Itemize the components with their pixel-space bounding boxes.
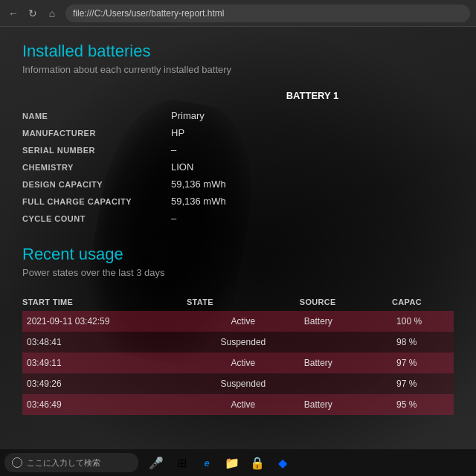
value-full-charge: 59,136 mWh xyxy=(171,196,226,207)
table-header-row: START TIME STATE SOURCE CAPAC xyxy=(22,293,454,311)
browser-chrome: ← ↻ ⌂ file:///C:/Users/user/battery-repo… xyxy=(0,0,476,27)
installed-batteries-title: Installed batteries xyxy=(22,42,454,61)
cell-capacity-3: 97 % xyxy=(392,373,454,394)
cell-capacity-4: 95 % xyxy=(392,394,454,415)
label-name: NAME xyxy=(22,112,171,120)
table-row: 03:49:26 Suspended 97 % xyxy=(22,373,454,394)
value-cycle-count: – xyxy=(171,213,176,224)
col-header-start: START TIME xyxy=(22,293,187,311)
cell-capacity-0: 100 % xyxy=(392,311,454,332)
value-serial: – xyxy=(171,144,176,155)
cell-state-4: Active xyxy=(187,394,300,415)
lock-icon[interactable]: 🔒 xyxy=(247,452,268,473)
file-explorer-icon[interactable]: 📁 xyxy=(222,452,242,473)
table-row: 2021-09-11 03:42:59 Active Battery 100 % xyxy=(22,311,454,332)
table-row: DESIGN CAPACITY 59,136 mWh xyxy=(22,176,454,193)
taskbar-search[interactable]: ここに入力して検索 xyxy=(4,453,138,472)
cell-source-4: Battery xyxy=(300,394,392,415)
value-name: Primary xyxy=(171,110,205,121)
usage-table: START TIME STATE SOURCE CAPAC 2021-09-11… xyxy=(22,293,454,415)
label-design-capacity: DESIGN CAPACITY xyxy=(22,180,171,189)
microphone-icon[interactable]: 🎤 xyxy=(146,452,167,473)
value-manufacturer: HP xyxy=(171,127,184,138)
browser-controls: ← ↻ ⌂ xyxy=(6,7,60,19)
task-view-icon[interactable]: ⊞ xyxy=(171,452,192,473)
back-button[interactable]: ← xyxy=(6,7,21,19)
address-bar[interactable]: file:///C:/Users/user/battery-report.htm… xyxy=(65,4,470,22)
cell-source-3 xyxy=(300,373,392,394)
battery-report: Installed batteries Information about ea… xyxy=(0,27,476,430)
cell-source-1 xyxy=(300,332,392,353)
label-chemistry: CHEMISTRY xyxy=(22,163,171,172)
col-header-capacity: CAPAC xyxy=(392,293,454,311)
cell-start-0: 2021-09-11 03:42:59 xyxy=(22,311,187,332)
url-text: file:///C:/Users/user/battery-report.htm… xyxy=(73,8,224,19)
cell-capacity-2: 97 % xyxy=(392,353,454,373)
table-row: 03:48:41 Suspended 98 % xyxy=(22,332,454,353)
col-header-source: SOURCE xyxy=(300,293,392,311)
table-row: SERIAL NUMBER – xyxy=(22,141,454,158)
installed-batteries-subtitle: Information about each currently install… xyxy=(22,64,454,75)
content-area: Installed batteries Information about ea… xyxy=(0,27,476,449)
value-design-capacity: 59,136 mWh xyxy=(171,178,226,190)
dropbox-icon[interactable]: ◆ xyxy=(272,452,293,473)
cell-source-2: Battery xyxy=(300,353,392,373)
table-row: FULL CHARGE CAPACITY 59,136 mWh xyxy=(22,193,454,210)
recent-usage-section: Recent usage Power states over the last … xyxy=(22,245,454,415)
refresh-button[interactable]: ↻ xyxy=(25,7,40,19)
table-row: NAME Primary xyxy=(22,107,454,124)
search-icon xyxy=(12,457,22,468)
table-row: 03:46:49 Active Battery 95 % xyxy=(22,394,454,415)
taskbar-icons: 🎤 ⊞ e 📁 🔒 ◆ xyxy=(146,452,293,473)
table-row: MANUFACTURER HP xyxy=(22,124,454,141)
table-row: CHEMISTRY LION xyxy=(22,158,454,176)
label-manufacturer: MANUFACTURER xyxy=(22,129,171,138)
edge-browser-icon[interactable]: e xyxy=(196,452,217,473)
label-cycle-count: CYCLE COUNT xyxy=(22,214,171,223)
taskbar: ここに入力して検索 🎤 ⊞ e 📁 🔒 ◆ xyxy=(0,449,476,476)
value-chemistry: LION xyxy=(171,161,193,173)
table-row: 03:49:11 Active Battery 97 % xyxy=(22,353,454,373)
cell-state-1: Suspended xyxy=(187,332,300,353)
search-placeholder: ここに入力して検索 xyxy=(27,457,100,469)
cell-capacity-1: 98 % xyxy=(392,332,454,353)
cell-start-2: 03:49:11 xyxy=(22,353,187,373)
cell-source-0: Battery xyxy=(300,311,392,332)
col-header-state: STATE xyxy=(187,293,300,311)
cell-state-0: Active xyxy=(187,311,300,332)
recent-usage-title: Recent usage xyxy=(22,245,454,264)
cell-state-3: Suspended xyxy=(187,373,300,394)
cell-state-2: Active xyxy=(187,353,300,373)
recent-usage-subtitle: Power states over the last 3 days xyxy=(22,267,454,278)
label-serial: SERIAL NUMBER xyxy=(22,146,171,155)
cell-start-4: 03:46:49 xyxy=(22,394,187,415)
battery-column-header: BATTERY 1 xyxy=(22,90,454,107)
cell-start-1: 03:48:41 xyxy=(22,332,187,353)
home-button[interactable]: ⌂ xyxy=(45,7,60,19)
label-full-charge: FULL CHARGE CAPACITY xyxy=(22,197,171,206)
table-row: CYCLE COUNT – xyxy=(22,210,454,227)
installed-batteries-section: Installed batteries Information about ea… xyxy=(22,42,454,227)
cell-start-3: 03:49:26 xyxy=(22,373,187,394)
